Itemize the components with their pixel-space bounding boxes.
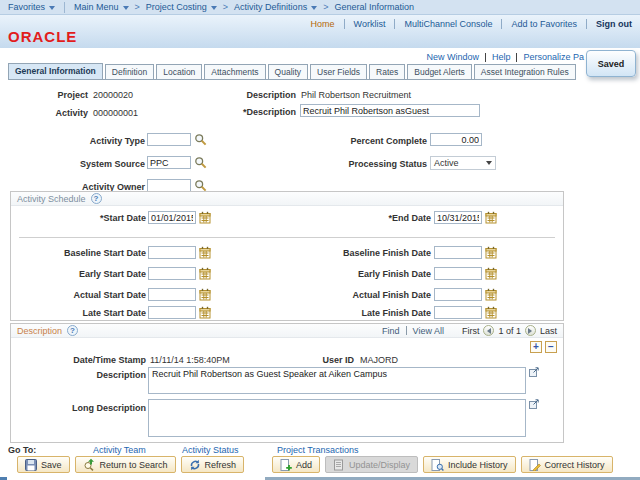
header-link-divider xyxy=(501,19,502,29)
system-source-input[interactable] xyxy=(147,156,191,169)
early-start-date-calendar-button[interactable] xyxy=(199,267,211,280)
actual-start-date-input[interactable] xyxy=(148,288,196,301)
activity-label: Activity xyxy=(20,108,88,118)
baseline-finish-date-calendar-button[interactable] xyxy=(485,246,497,259)
actual-start-date-calendar-button[interactable] xyxy=(199,288,211,301)
end-date-calendar-button[interactable] xyxy=(485,211,497,224)
long-description-expand-button[interactable] xyxy=(529,399,539,409)
expand-icon xyxy=(529,399,539,409)
include-history-button[interactable]: Include History xyxy=(423,456,516,473)
multichannel-console-link[interactable]: MultiChannel Console xyxy=(404,19,492,29)
lookup-icon xyxy=(194,133,207,146)
tab-location[interactable]: Location xyxy=(156,64,202,80)
tab-strip: General Information Definition Location … xyxy=(8,63,576,80)
update-display-button: Update/Display xyxy=(325,456,418,473)
tab-user-fields[interactable]: User Fields xyxy=(310,64,367,80)
tab-attachments[interactable]: Attachments xyxy=(204,64,265,80)
baseline-start-date-input[interactable] xyxy=(148,246,196,259)
long-description-textarea[interactable] xyxy=(148,399,526,437)
late-finish-date-label: Late Finish Date xyxy=(271,308,431,318)
chevron-down-icon xyxy=(49,6,55,10)
add-button[interactable]: Add xyxy=(272,456,320,473)
find-link[interactable]: Find xyxy=(382,326,400,336)
breadcrumb-general-information[interactable]: General Information xyxy=(334,2,414,12)
view-all-link[interactable]: View All xyxy=(413,326,444,336)
delete-row-button[interactable]: − xyxy=(545,341,557,353)
early-start-date-input[interactable] xyxy=(148,267,196,280)
breadcrumb-favorites[interactable]: Favorites xyxy=(8,2,55,12)
tab-rates[interactable]: Rates xyxy=(369,64,405,80)
actual-finish-date-calendar-button[interactable] xyxy=(485,288,497,301)
tab-definition[interactable]: Definition xyxy=(105,64,154,80)
late-start-date-label: Late Start Date xyxy=(21,308,146,318)
header-link-divider xyxy=(344,19,345,29)
description-textarea[interactable]: Recruit Phil Robertson as Guest Speaker … xyxy=(148,367,526,394)
tab-budget-alerts[interactable]: Budget Alerts xyxy=(407,64,472,80)
save-button[interactable]: Save xyxy=(17,456,70,473)
calendar-icon xyxy=(199,211,211,224)
help-icon[interactable]: ? xyxy=(67,325,78,336)
late-start-date-calendar-button[interactable] xyxy=(199,306,211,319)
correct-history-label: Correct History xyxy=(545,460,605,470)
start-date-input[interactable] xyxy=(148,211,196,224)
home-link[interactable]: Home xyxy=(311,19,335,29)
description-groupbox: Description ? Find View All First 1 of 1… xyxy=(10,323,564,443)
calendar-icon xyxy=(199,267,211,280)
include-history-label: Include History xyxy=(448,460,508,470)
activity-type-input[interactable] xyxy=(147,133,191,146)
start-date-calendar-button[interactable] xyxy=(199,211,211,224)
actual-finish-date-label: Actual Finish Date xyxy=(271,290,431,300)
activity-team-link[interactable]: Activity Team xyxy=(93,445,146,455)
late-finish-date-input[interactable] xyxy=(434,306,482,319)
help-icon[interactable]: ? xyxy=(91,193,102,204)
baseline-start-date-label: Baseline Start Date xyxy=(21,248,146,258)
late-finish-date-calendar-button[interactable] xyxy=(485,306,497,319)
personalize-page-link[interactable]: Personalize Pa xyxy=(523,52,584,62)
utility-links: New Window Help Personalize Pa xyxy=(426,52,584,62)
breadcrumb-item-label: Project Costing xyxy=(146,2,207,12)
chevron-down-icon xyxy=(123,6,129,10)
return-to-search-button[interactable]: Return to Search xyxy=(75,456,176,473)
worklist-link[interactable]: Worklist xyxy=(354,19,386,29)
project-transactions-link[interactable]: Project Transactions xyxy=(277,445,359,455)
baseline-finish-date-input[interactable] xyxy=(434,246,482,259)
pagination-count: 1 of 1 xyxy=(498,326,521,336)
late-start-date-input[interactable] xyxy=(148,306,196,319)
breadcrumb-project-costing[interactable]: Project Costing xyxy=(146,2,217,12)
processing-status-value: Active xyxy=(434,158,459,168)
tab-asset-integration-rules[interactable]: Asset Integration Rules xyxy=(474,64,576,80)
percent-complete-input[interactable] xyxy=(430,133,482,146)
actual-finish-date-input[interactable] xyxy=(434,288,482,301)
oracle-logo: ORACLE xyxy=(8,28,77,45)
user-id-label: User ID xyxy=(271,355,354,365)
baseline-start-date-calendar-button[interactable] xyxy=(199,246,211,259)
correct-history-button[interactable]: Correct History xyxy=(521,456,613,473)
sign-out-link[interactable]: Sign out xyxy=(596,19,632,29)
new-window-link[interactable]: New Window xyxy=(426,52,479,62)
add-row-button[interactable]: + xyxy=(530,341,542,353)
activity-status-link[interactable]: Activity Status xyxy=(182,445,239,455)
activity-description-input[interactable] xyxy=(300,104,480,117)
add-to-favorites-link[interactable]: Add to Favorites xyxy=(511,19,577,29)
user-id-value: MAJORD xyxy=(360,355,398,365)
activity-type-lookup-button[interactable] xyxy=(194,133,207,146)
schedule-separator xyxy=(19,237,555,238)
tab-quality[interactable]: Quality xyxy=(268,64,308,80)
previous-row-button[interactable] xyxy=(483,325,494,336)
app-header: Home Worklist MultiChannel Console Add t… xyxy=(0,15,640,48)
breadcrumb-item-label: General Information xyxy=(334,2,414,12)
early-finish-date-calendar-button[interactable] xyxy=(485,267,497,280)
save-icon xyxy=(25,459,37,471)
description-expand-button[interactable] xyxy=(529,367,539,377)
breadcrumb-activity-definitions[interactable]: Activity Definitions xyxy=(234,2,317,12)
early-finish-date-input[interactable] xyxy=(434,267,482,280)
system-source-lookup-button[interactable] xyxy=(194,156,207,169)
refresh-button[interactable]: Refresh xyxy=(181,456,245,473)
breadcrumb-main-menu[interactable]: Main Menu xyxy=(74,2,129,12)
header-link-divider xyxy=(394,19,395,29)
tab-general-information[interactable]: General Information xyxy=(8,63,103,80)
end-date-input[interactable] xyxy=(434,211,482,224)
next-row-button[interactable] xyxy=(525,325,536,336)
processing-status-dropdown[interactable]: Active xyxy=(430,156,496,170)
help-link[interactable]: Help xyxy=(492,52,511,62)
